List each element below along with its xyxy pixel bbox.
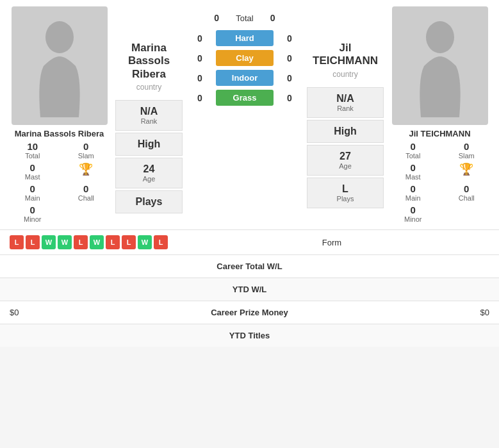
right-chall-label: Chall [443,194,491,202]
form-badge-w: W [58,235,72,249]
left-trophy-icon: 🏆 [79,162,93,176]
left-slam-stat: 0 Slam [62,141,111,160]
bottom-stat-inner-3: YTD Titles [10,331,489,340]
center-name-block: Marina Bassols Ribera country [115,35,183,98]
form-badge-l: L [10,235,24,249]
center-rank-box: N/A Rank [115,100,183,131]
right-total-stat: 0 Total [389,141,438,160]
left-total-value: 10 [8,141,57,152]
middle-stats-column: Marina Bassols Ribera country N/A Rank H… [115,6,183,223]
center-age-box: 24 Age [115,158,183,188]
bottom-stat-inner-1: YTD W/L [10,285,489,294]
left-player-card: Marina Bassols Ribera 10 Total 0 Slam 0 … [3,6,115,223]
right-trophy-icon: 🏆 [459,162,473,176]
form-badges: LLWWLWLLWL [10,235,168,249]
center-player-country: country [136,83,161,92]
indoor-right-score: 0 [283,73,296,83]
bottom-stat-label-1: YTD W/L [10,285,489,294]
right-chall-stat: 0 Chall [443,183,491,202]
surface-hard-row: 0 Hard 0 [183,30,307,46]
hard-right-score: 0 [283,33,296,44]
surface-total-label: Total [236,13,253,23]
form-badge-w: W [90,235,104,249]
surface-indoor-row: 0 Indoor 0 [183,70,307,86]
hard-button[interactable]: Hard [216,30,274,46]
jil-plays-label: Plays [310,195,380,203]
center-player-name: Marina Bassols Ribera [115,42,183,81]
bottom-stat-label-0: Career Total W/L [10,261,489,271]
grass-right-score: 0 [283,93,296,103]
center-age-value: 24 [119,163,179,175]
center-rank-value: N/A [119,106,179,117]
right-main-label: Main [389,194,438,202]
right-minor-label: Minor [389,215,438,223]
right-slam-value: 0 [443,141,491,152]
left-chall-value: 0 [62,183,111,194]
left-mast-label: Mast [8,173,57,181]
player-section: Marina Bassols Ribera 10 Total 0 Slam 0 … [0,0,499,229]
surface-total-right: 0 [266,13,279,23]
surface-total-row: 0 Total 0 [183,13,307,23]
grass-button[interactable]: Grass [216,90,274,106]
jil-header-block: Jil TEICHMANN country [307,35,384,85]
form-badge-l: L [122,235,136,249]
left-main-label: Main [8,194,57,202]
left-player-name: Marina Bassols Ribera [15,129,104,138]
right-player-stats: 0 Total 0 Slam 0 Mast 🏆 0 Main [384,141,496,223]
bottom-stat-label-2: Career Prize Money [19,308,480,317]
form-badge-l: L [26,235,40,249]
left-mast-value: 0 [8,162,57,173]
surface-clay-row: 0 Clay 0 [183,50,307,66]
bottom-stat-right-2: $0 [480,308,489,317]
left-total-label: Total [8,152,57,160]
center-plays-box: Plays [115,190,183,213]
form-badge-w: W [42,235,56,249]
jil-age-label: Age [310,162,380,170]
center-age-label: Age [119,175,179,183]
right-mast-label: Mast [389,173,438,181]
indoor-button[interactable]: Indoor [216,70,274,86]
left-mast-stat: 0 Mast [8,162,57,181]
form-section: LLWWLWLLWL Form [0,229,499,254]
left-total-stat: 10 Total [8,141,57,160]
right-main-value: 0 [389,183,438,194]
right-player-avatar [392,6,488,125]
clay-left-score: 0 [193,53,206,63]
jil-rank-box: N/A Rank [307,87,384,118]
right-slam-stat: 0 Slam [443,141,491,160]
surface-grass-row: 0 Grass 0 [183,90,307,106]
right-stats-column: Jil TEICHMANN country N/A Rank High 27 A… [307,6,384,223]
hard-left-score: 0 [193,33,206,44]
left-slam-value: 0 [62,141,111,152]
left-player-avatar [12,6,108,125]
left-slam-label: Slam [62,152,111,160]
left-main-stat: 0 Main [8,183,57,202]
indoor-left-score: 0 [193,73,206,83]
right-mast-value: 0 [389,162,438,173]
surface-section: 0 Total 0 0 Hard 0 0 Clay 0 0 Indoor 0 0 [183,6,307,223]
left-minor-stat: 0 Minor [8,204,57,223]
left-player-stats: 10 Total 0 Slam 0 Mast 🏆 0 Main [3,141,115,223]
jil-rank-value: N/A [310,93,380,104]
bottom-stat-label-3: YTD Titles [10,331,489,340]
right-slam-label: Slam [443,152,491,160]
jil-plays-box: L Plays [307,178,384,208]
right-total-value: 0 [389,141,438,152]
right-player-name: Jil TEICHMANN [409,129,470,138]
clay-button[interactable]: Clay [216,50,274,66]
form-label: Form [322,238,341,247]
bottom-stat-left-2: $0 [10,308,19,317]
bottom-stat-row-2: $0Career Prize Money$0 [0,301,499,324]
left-chall-stat: 0 Chall [62,183,111,202]
bottom-stats-container: Career Total W/LYTD W/L$0Career Prize Mo… [0,254,499,347]
form-badge-w: W [138,235,152,249]
jil-player-country: country [332,70,357,79]
bottom-stat-inner-0: Career Total W/L [10,261,489,271]
jil-player-name: Jil TEICHMANN [307,42,384,68]
right-player-card: Jil TEICHMANN 0 Total 0 Slam 0 Mast 🏆 [384,6,496,223]
form-badge-l: L [74,235,88,249]
grass-left-score: 0 [193,93,206,103]
right-trophy-stat: 🏆 [443,162,491,181]
jil-age-value: 27 [310,151,380,162]
svg-point-0 [45,21,74,53]
